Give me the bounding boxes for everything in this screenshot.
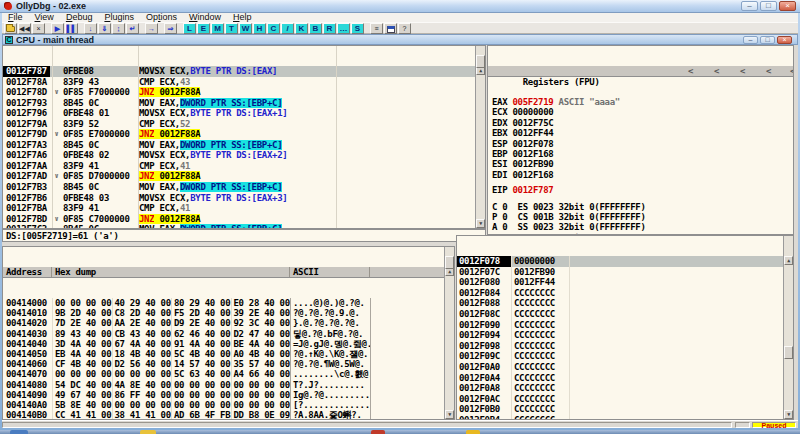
animate-into-button[interactable]: ↨ bbox=[112, 23, 125, 34]
stack-row[interactable]: 0012F07800000000 bbox=[457, 256, 793, 267]
scroll-down-button[interactable]: ▼ bbox=[476, 219, 485, 228]
windows-list-button[interactable]: ≡ bbox=[370, 23, 383, 34]
cpu-minimize-button[interactable]: – bbox=[743, 36, 758, 44]
disasm-row[interactable]: 0012F7BA83F9 41CMP ECX,41 bbox=[3, 203, 485, 214]
minimize-button[interactable]: – bbox=[741, 1, 758, 11]
go-to-address-button[interactable]: ⇒ bbox=[164, 23, 177, 34]
dump-row[interactable]: 0041407000 00 00 0000 00 00 005C 63 40 0… bbox=[3, 369, 454, 379]
disasm-row[interactable]: 0012F7938B45 0CMOV EAX,DWORD PTR SS:[EBP… bbox=[3, 98, 485, 109]
view-references-button[interactable]: R bbox=[323, 23, 336, 34]
scroll-thumb[interactable] bbox=[445, 256, 454, 269]
close-button[interactable]: × bbox=[779, 1, 796, 11]
dump-row[interactable]: 00414060CF 4B 40 00D2 56 40 0014 57 40 0… bbox=[3, 359, 454, 369]
flag-row[interactable]: A 0 SS 0023 32bit 0(FFFFFFFF) bbox=[488, 222, 793, 232]
dump-row[interactable]: 00414050EB 4A 40 0018 4B 40 005C 4B 40 0… bbox=[3, 349, 454, 359]
collapse-chevron-icon[interactable]: < bbox=[714, 66, 719, 77]
run-button[interactable]: ▶ bbox=[51, 23, 64, 34]
appearance-button[interactable] bbox=[384, 23, 397, 34]
stack-row[interactable]: 0012F07C0012FB90 bbox=[457, 267, 793, 278]
stack-row[interactable]: 0012F0800012FF44 bbox=[457, 277, 793, 288]
register-row[interactable]: EDI 0012F168 bbox=[488, 170, 793, 180]
disasm-scrollbar[interactable]: ▲ ▼ bbox=[475, 46, 485, 228]
execute-till-return-button[interactable]: → bbox=[145, 23, 158, 34]
menu-item-help[interactable]: Help bbox=[227, 13, 258, 22]
cpu-close-button[interactable]: × bbox=[777, 36, 792, 44]
disasm-row[interactable]: 0012F7AA83F9 41CMP ECX,41 bbox=[3, 161, 485, 172]
disassembly-pane[interactable]: 0012F7870FBE08MOVSX ECX,BYTE PTR DS:[EAX… bbox=[2, 45, 486, 229]
view-run-trace-button[interactable]: … bbox=[337, 23, 350, 34]
register-row[interactable]: EBP 0012F168 bbox=[488, 149, 793, 159]
register-row[interactable]: EAX 005F2719 ASCII "aaaa" bbox=[488, 97, 793, 107]
register-row[interactable]: ECX 00000000 bbox=[488, 107, 793, 117]
disasm-row[interactable]: 0012F7B60FBE48 03MOVSX ECX,BYTE PTR DS:[… bbox=[3, 193, 485, 204]
view-callstack-button[interactable]: K bbox=[295, 23, 308, 34]
step-into-button[interactable]: ↓ bbox=[84, 23, 97, 34]
collapse-chevron-icon[interactable]: < bbox=[766, 66, 771, 77]
dump-row[interactable]: 0041409049 67 40 0086 FF 40 0000 00 00 0… bbox=[3, 390, 454, 400]
view-executables-button[interactable]: E bbox=[197, 23, 210, 34]
taskbar-item[interactable] bbox=[466, 430, 480, 434]
collapse-chevron-icon[interactable]: < bbox=[790, 66, 794, 77]
stack-pane[interactable]: 0012F078000000000012F07C0012FB900012F080… bbox=[456, 235, 794, 420]
disasm-row[interactable]: 0012F79D∨0F85 E7000000JNZ 0012F88A bbox=[3, 129, 485, 140]
start-button[interactable] bbox=[10, 430, 28, 434]
maximize-button[interactable]: □ bbox=[760, 1, 777, 11]
stack-row[interactable]: 0012F08CCCCCCCCC bbox=[457, 309, 793, 320]
stack-row[interactable]: 0012F0A0CCCCCCCC bbox=[457, 362, 793, 373]
animate-over-button[interactable]: ↵ bbox=[126, 23, 139, 34]
disasm-row[interactable]: 0012F78D∨0F85 F7000000JNZ 0012F88A bbox=[3, 87, 485, 98]
dump-row[interactable]: 0041408054 DC 40 004A 8E 40 0000 00 00 0… bbox=[3, 380, 454, 390]
menu-item-debug[interactable]: Debug bbox=[60, 13, 99, 22]
dump-pane[interactable]: Address Hex dump ASCII 0041400000 00 00 … bbox=[2, 246, 455, 420]
dump-scrollbar[interactable]: ▲ ▼ bbox=[444, 247, 454, 419]
stack-row[interactable]: 0012F0B0CCCCCCCC bbox=[457, 404, 793, 415]
disasm-row[interactable]: 0012F7AD∨0F85 D7000000JNZ 0012F88A bbox=[3, 171, 485, 182]
stack-row[interactable]: 0012F09CCCCCCCCC bbox=[457, 351, 793, 362]
taskbar-item[interactable] bbox=[140, 430, 156, 434]
scroll-down-button[interactable]: ▼ bbox=[784, 410, 793, 419]
view-source-button[interactable]: S bbox=[351, 23, 364, 34]
disasm-row[interactable]: 0012F7B38B45 0CMOV EAX,DWORD PTR SS:[EBP… bbox=[3, 182, 485, 193]
stack-row[interactable]: 0012F088CCCCCCCC bbox=[457, 298, 793, 309]
dump-row[interactable]: 0041403089 43 40 00CB 43 40 0062 46 40 0… bbox=[3, 329, 454, 339]
help-button[interactable]: ? bbox=[398, 23, 411, 34]
collapse-chevron-icon[interactable]: < bbox=[688, 66, 693, 77]
view-breakpoints-button[interactable]: B bbox=[309, 23, 322, 34]
dump-row[interactable]: 004140207D 2E 40 00AA 2E 40 00D9 2E 40 0… bbox=[3, 318, 454, 328]
disasm-row[interactable]: 0012F7BD∨0F85 C7000000JNZ 0012F88A bbox=[3, 214, 485, 225]
step-over-button[interactable]: ⇓ bbox=[98, 23, 111, 34]
disasm-row[interactable]: 0012F7A60FBE48 02MOVSX ECX,BYTE PTR DS:[… bbox=[3, 150, 485, 161]
flag-row[interactable]: P 0 CS 001B 32bit 0(FFFFFFFF) bbox=[488, 212, 793, 222]
stack-row[interactable]: 0012F0A8CCCCCCCC bbox=[457, 383, 793, 394]
cpu-window-titlebar[interactable]: C CPU - main thread – □ × bbox=[2, 34, 798, 45]
dump-row[interactable]: 004140109B 2D 40 00C8 2D 40 00F5 2D 40 0… bbox=[3, 308, 454, 318]
register-row[interactable]: EBX 0012FF44 bbox=[488, 128, 793, 138]
register-row[interactable]: ESP 0012F078 bbox=[488, 139, 793, 149]
view-windows-button[interactable]: W bbox=[239, 23, 252, 34]
view-handles-button[interactable]: H bbox=[253, 23, 266, 34]
stack-row[interactable]: 0012F0A4CCCCCCCC bbox=[457, 373, 793, 384]
stack-row[interactable]: 0012F090CCCCCCCC bbox=[457, 320, 793, 331]
pause-button[interactable]: ▌▌ bbox=[65, 23, 78, 34]
scroll-thumb[interactable] bbox=[784, 346, 793, 359]
dump-row[interactable]: 004140403D 4A 40 0067 4A 40 0091 4A 40 0… bbox=[3, 339, 454, 349]
disasm-row[interactable]: 0012F78A83F9 43CMP ECX,43 bbox=[3, 77, 485, 88]
dump-row[interactable]: 004140B0CC 41 41 0038 41 41 00AD 6B 4F F… bbox=[3, 410, 454, 420]
menu-item-options[interactable]: Options bbox=[140, 13, 183, 22]
cpu-restore-button[interactable]: □ bbox=[760, 36, 775, 44]
register-row[interactable]: ESI 0012FB90 bbox=[488, 159, 793, 169]
scroll-thumb[interactable] bbox=[476, 55, 485, 68]
open-file-button[interactable] bbox=[4, 23, 17, 34]
dump-row[interactable]: 0041400000 00 00 0040 29 40 0080 29 40 0… bbox=[3, 298, 454, 308]
stack-row[interactable]: 0012F084CCCCCCCC bbox=[457, 288, 793, 299]
restart-button[interactable]: ◀◀ bbox=[18, 23, 31, 34]
menu-item-plugins[interactable]: Plugins bbox=[98, 13, 140, 22]
register-row[interactable]: EDX 0012F75C bbox=[488, 118, 793, 128]
flag-row[interactable]: Z 0 DS 0023 32bit 0(FFFFFFFF) bbox=[488, 233, 793, 235]
dump-row[interactable]: 004140A05B 8E 40 0000 00 00 0000 00 00 0… bbox=[3, 400, 454, 410]
stack-scrollbar[interactable]: ▲ ▼ bbox=[783, 236, 793, 419]
stack-row[interactable]: 0012F098CCCCCCCC bbox=[457, 341, 793, 352]
registers-pane[interactable]: Registers (FPU) < < < < < EAX 005F2719 A… bbox=[487, 45, 794, 235]
stack-row[interactable]: 0012F094CCCCCCCC bbox=[457, 330, 793, 341]
close-program-button[interactable]: × bbox=[32, 23, 45, 34]
